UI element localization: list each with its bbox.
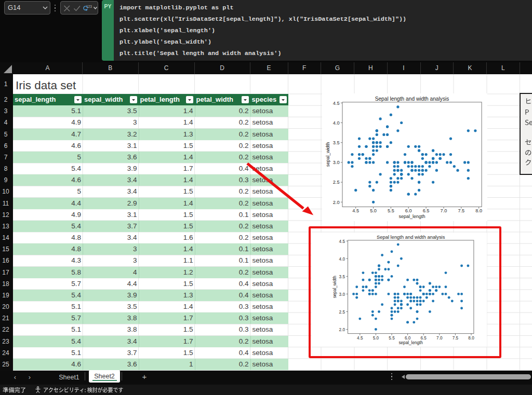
svg-text:2.0: 2.0 — [332, 200, 339, 205]
svg-text:sepal_width: sepal_width — [325, 142, 330, 167]
svg-text:5.5: 5.5 — [388, 208, 394, 213]
svg-text:6.0: 6.0 — [405, 208, 411, 213]
svg-text:2.5: 2.5 — [332, 180, 339, 185]
svg-text:4.5: 4.5 — [332, 101, 339, 106]
svg-text:4.0: 4.0 — [332, 120, 339, 126]
svg-text:Sepal length and width analysi: Sepal length and width analysis — [375, 96, 449, 102]
svg-text:4.5: 4.5 — [352, 208, 359, 213]
svg-text:6.5: 6.5 — [422, 208, 429, 213]
svg-text:sepal_length: sepal_length — [398, 214, 425, 219]
svg-text:7.0: 7.0 — [440, 208, 447, 213]
svg-text:5.0: 5.0 — [370, 208, 377, 213]
svg-text:8.0: 8.0 — [475, 208, 482, 213]
svg-text:3.0: 3.0 — [332, 160, 339, 165]
svg-text:3.5: 3.5 — [332, 140, 339, 145]
svg-text:7.5: 7.5 — [458, 208, 464, 213]
